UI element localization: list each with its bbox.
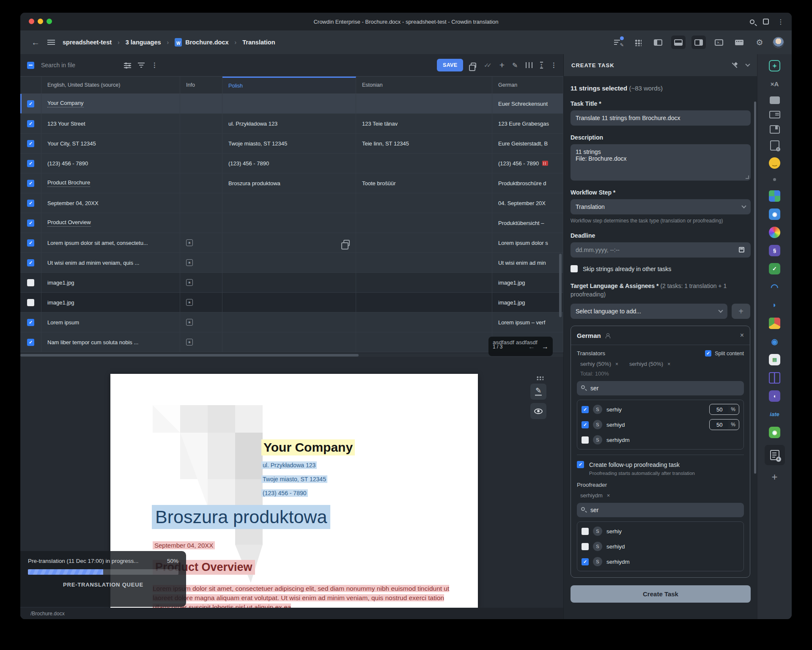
polish-cell[interactable] [222,332,356,352]
row-checkbox[interactable] [27,200,34,207]
prev-suggestion-icon[interactable]: ← [528,343,535,351]
estonian-cell[interactable] [356,332,492,352]
translator-option[interactable]: S serhiy 50% [582,402,739,417]
doc-address-line1[interactable]: ul. Przykładowa 123 [261,461,317,469]
qa-issue-icon[interactable] [542,161,548,166]
browser-search-icon[interactable] [750,19,754,24]
estonian-cell[interactable] [356,213,492,233]
skip-strings-checkbox[interactable] [571,265,578,272]
source-text[interactable]: 123 Your Street [41,114,180,133]
percent-field[interactable]: 50% [709,404,739,415]
polish-cell[interactable] [222,273,356,292]
preview-mode-button[interactable] [530,403,546,419]
source-text[interactable]: Lorem ipsum dolor sit amet, consectetu..… [41,233,180,252]
percent-value[interactable]: 50 [710,420,728,429]
qa-check-app-icon[interactable]: ✓ [769,263,780,274]
header-info[interactable]: Info [180,77,222,93]
grid-horizontal-scrollbar[interactable] [20,354,359,357]
remove-language-icon[interactable]: × [740,332,744,339]
source-text[interactable]: Ut wisi enim ad minim veniam, quis ... [41,253,180,272]
create-task-button[interactable]: Create Task [571,585,751,603]
polish-cell[interactable]: Twoje miasto, ST 12345 [222,134,356,153]
table-row[interactable]: (123) 456 - 7890 (123) 456 - 7890 (123) … [20,154,563,173]
drag-handle-icon[interactable] [536,376,543,380]
estonian-cell[interactable] [356,253,492,272]
doc-date[interactable]: September 04, 20XX [153,541,215,549]
german-cell[interactable]: 123 Eure Grabesgas [492,114,563,133]
polish-cell[interactable] [222,94,356,113]
panel-scrollbar[interactable] [754,101,756,474]
right-panel-toggle[interactable] [691,36,706,49]
polish-cell[interactable]: (123) 456 - 7890 [222,154,356,173]
estonian-cell[interactable]: 123 Teie tänav [356,114,492,133]
deadline-input[interactable] [571,242,751,258]
source-text[interactable]: image1.jpg [41,273,180,292]
pretranslation-queue-button[interactable]: PRE-TRANSLATION QUEUE [28,581,178,588]
proofreader-option[interactable]: S serhiydm [582,554,739,569]
german-cell[interactable]: Produktbroschüre d [492,173,563,193]
row-height-icon[interactable]: ↕ [540,62,543,69]
next-suggestion-icon[interactable]: → [542,343,549,351]
split-content-checkbox[interactable] [705,350,711,357]
string-info-icon[interactable]: ∗ [186,279,193,286]
grid-vertical-scrollbar[interactable] [559,254,562,317]
resize-handle[interactable] [746,176,749,179]
source-text[interactable]: image1.jpg [41,293,180,312]
close-window-button[interactable] [29,19,34,24]
percent-field[interactable]: 50% [709,419,739,430]
header-estonian[interactable]: Estonian [356,77,492,93]
add-language-button[interactable]: + [732,304,750,319]
followup-checkbox[interactable] [577,461,584,468]
table-row[interactable]: Lorem ipsum dolor sit amet, consectetu..… [20,233,563,253]
user-checkbox[interactable] [582,436,589,444]
row-checkbox[interactable] [27,299,34,306]
color-cube-app-icon[interactable] [769,318,780,329]
user-avatar[interactable] [773,37,784,48]
grid-view-button[interactable] [631,36,645,49]
estonian-cell[interactable] [356,154,492,173]
copy-source-icon[interactable] [343,240,350,246]
back-arrow-icon[interactable]: ← [31,38,40,47]
maximize-window-button[interactable] [47,19,52,24]
row-checkbox[interactable] [27,339,34,346]
columns-icon[interactable] [526,62,532,68]
estonian-cell[interactable] [356,193,492,213]
table-row[interactable]: Product Brochure Broszura produktowa Too… [20,173,563,193]
create-task-tool-active[interactable] [765,445,785,465]
row-checkbox[interactable] [27,219,34,227]
comments-icon[interactable] [770,96,780,104]
row-checkbox[interactable] [27,259,34,266]
grid-more-icon[interactable]: ⋮ [551,61,557,69]
row-checkbox[interactable] [27,160,34,167]
followup-row[interactable]: Create follow-up proofreading task Proof… [577,461,744,476]
search-input[interactable] [41,62,117,69]
breadcrumb-project[interactable]: spreadsheet-test [63,39,112,46]
polish-cell[interactable] [222,233,356,252]
table-row[interactable]: Product Overview Produktübersicht – [20,213,563,233]
german-cell[interactable]: image1.jpg [492,293,563,312]
split-content-row[interactable]: Split content [705,350,744,357]
split-panes-app-icon[interactable] [769,372,780,384]
row-checkbox[interactable] [27,120,34,127]
info-card-icon[interactable] [769,111,780,118]
polish-cell[interactable] [222,293,356,312]
german-cell[interactable]: Ut wisi enim ad min [492,253,563,272]
row-checkbox[interactable] [27,239,34,247]
file-path[interactable]: /Brochure.docx [30,611,65,617]
user-checkbox[interactable] [582,421,589,428]
source-text[interactable]: September 04, 20XX [41,193,180,213]
table-row[interactable]: Nam liber tempor cum soluta nobis ... ∗ [20,332,563,352]
polish-cell[interactable] [222,253,356,272]
polish-cell[interactable] [222,193,356,213]
german-cell[interactable]: (123) 456 - 7890 [492,154,563,173]
bottom-panel-toggle[interactable] [671,36,686,49]
source-text[interactable]: Nam liber tempor cum soluta nobis ... [41,332,180,352]
user-checkbox[interactable] [582,558,589,565]
table-row[interactable]: September 04, 20XX 04. September 20X [20,193,563,213]
estonian-cell[interactable] [356,293,492,312]
translator-option[interactable]: S serhiydm [582,432,739,447]
percent-value[interactable]: 50 [710,405,728,414]
table-row[interactable]: 123 Your Street ul. Przykładowa 123 123 … [20,114,563,134]
user-checkbox[interactable] [582,543,589,550]
breadcrumb-languages[interactable]: 3 languages [126,39,161,46]
